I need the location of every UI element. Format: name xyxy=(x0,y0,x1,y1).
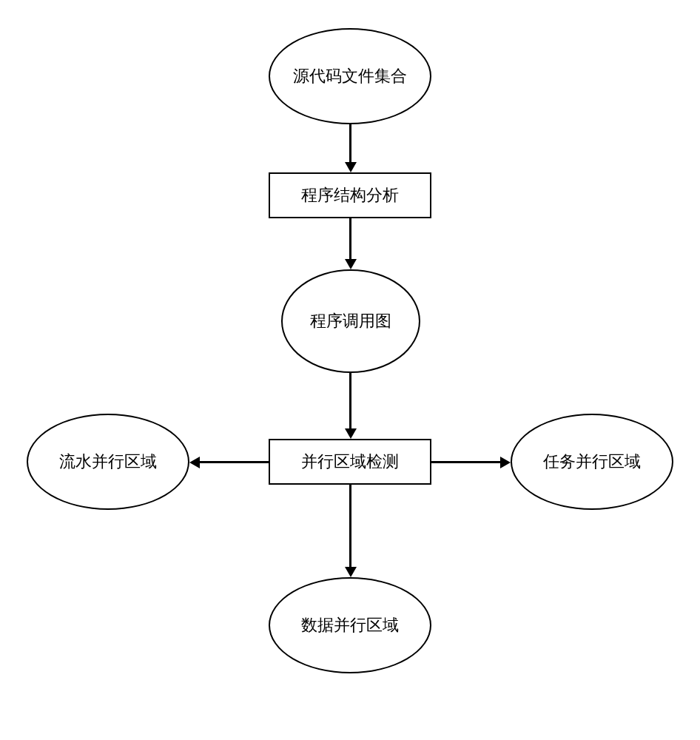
task-parallel-node: 任务并行区域 xyxy=(511,414,673,510)
data-parallel-label: 数据并行区域 xyxy=(301,616,399,635)
source-code-label: 源代码文件集合 xyxy=(293,67,407,86)
call-graph-label: 程序调用图 xyxy=(310,312,391,331)
call-graph-node: 程序调用图 xyxy=(281,269,420,373)
parallel-detection-label: 并行区域检测 xyxy=(301,452,399,471)
source-code-node: 源代码文件集合 xyxy=(269,28,431,124)
data-parallel-node: 数据并行区域 xyxy=(269,577,431,673)
task-parallel-label: 任务并行区域 xyxy=(543,452,641,471)
program-analysis-label: 程序结构分析 xyxy=(301,186,399,205)
pipeline-parallel-label: 流水并行区域 xyxy=(59,452,157,471)
program-analysis-node: 程序结构分析 xyxy=(269,172,431,218)
parallel-detection-node: 并行区域检测 xyxy=(269,439,431,485)
pipeline-parallel-node: 流水并行区域 xyxy=(27,414,189,510)
